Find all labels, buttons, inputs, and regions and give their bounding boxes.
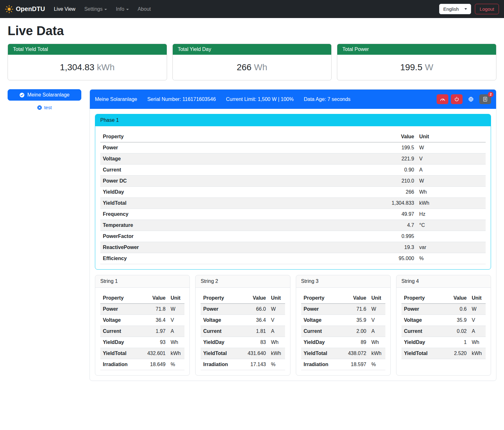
nav-settings[interactable]: Settings — [80, 4, 111, 15]
value-cell: 0.02 — [441, 326, 469, 337]
card-value-row: 266Wh — [173, 55, 332, 80]
property-cell: Power — [401, 304, 441, 315]
nav-about[interactable]: About — [134, 4, 155, 15]
device-info-button[interactable] — [465, 94, 477, 104]
phase-title: Phase 1 — [95, 114, 491, 126]
property-cell: Irradiation — [100, 359, 140, 370]
value-cell: 83 — [240, 337, 269, 348]
card-value: 1,304.83 — [60, 62, 94, 72]
card-value: 266 — [237, 62, 252, 72]
journal-icon — [482, 97, 488, 102]
inverter-name: Meine Solaranlage — [95, 97, 137, 102]
top-navbar: OpenDTU Live View Settings Info About En… — [0, 0, 504, 18]
column-unit: Unit — [417, 131, 486, 142]
language-select[interactable]: English — [439, 4, 471, 14]
unit-cell: W — [168, 304, 184, 315]
event-log-button[interactable]: 2 — [479, 94, 491, 104]
string-table: Property Value Unit Power — [100, 293, 184, 370]
table-row: Current 2.00 A — [301, 326, 385, 337]
table-row: Power DC 210.0 W — [100, 176, 486, 187]
total-yield-total-card: Total Yield Total 1,304.83kWh — [8, 44, 167, 80]
value-cell: 35.9 — [441, 315, 469, 326]
property-cell: Current — [301, 326, 340, 337]
unit-cell: V — [269, 315, 285, 326]
column-unit: Unit — [269, 293, 285, 304]
value-cell: 210.0 — [289, 176, 417, 187]
table-row: YieldTotal 438.072 kWh — [301, 348, 385, 359]
unit-cell: Wh — [168, 337, 184, 348]
table-row: Power 71.8 W — [100, 304, 184, 315]
string-title: String 1 — [95, 275, 190, 288]
property-cell: Power — [201, 304, 240, 315]
table-row: YieldTotal 1,304.833 kWh — [100, 198, 486, 209]
sidebar-item-test[interactable]: test — [8, 105, 81, 110]
value-cell: 71.8 — [140, 304, 168, 315]
property-cell: YieldTotal — [100, 348, 140, 359]
unit-cell: kWh — [168, 348, 184, 359]
language-select-value: English — [443, 6, 459, 12]
column-unit: Unit — [469, 293, 486, 304]
limit-settings-button[interactable] — [437, 94, 448, 104]
column-value: Value — [340, 293, 369, 304]
property-cell: Frequency — [100, 209, 289, 220]
table-row: Power 66.0 W — [201, 304, 285, 315]
column-unit: Unit — [168, 293, 184, 304]
unit-cell: V — [168, 315, 184, 326]
inverter-serial: Serial Number: 116171603546 — [147, 97, 216, 102]
table-row: YieldDay 93 Wh — [100, 337, 184, 348]
nav-info[interactable]: Info — [112, 4, 133, 15]
property-cell: Current — [401, 326, 441, 337]
brand[interactable]: OpenDTU — [5, 5, 47, 13]
property-cell: Power — [100, 304, 140, 315]
string-table: Property Value Unit Power — [401, 293, 486, 359]
sidebar-item-label: test — [44, 105, 52, 110]
table-row: Voltage 36.4 V — [201, 315, 285, 326]
string-table: Property Value Unit Power — [301, 293, 385, 370]
nav-live-view[interactable]: Live View — [50, 4, 79, 15]
phase-table: Property Value Unit Power — [100, 131, 486, 264]
unit-cell: V — [469, 315, 486, 326]
table-row: Power 71.6 W — [301, 304, 385, 315]
value-cell: 0.90 — [289, 165, 417, 176]
nav-info-label: Info — [116, 6, 124, 12]
inverter-sidebar: Meine Solaranlage test — [8, 89, 81, 110]
value-cell: 0.6 — [441, 304, 469, 315]
power-button[interactable] — [451, 94, 463, 104]
property-cell: Temperature — [100, 220, 289, 231]
unit-cell: kWh — [269, 348, 285, 359]
value-cell: 18.597 — [340, 359, 369, 370]
table-row: Current 1.97 A — [100, 326, 184, 337]
value-cell: 18.649 — [140, 359, 168, 370]
property-cell: YieldTotal — [301, 348, 340, 359]
table-row: Voltage 36.4 V — [100, 315, 184, 326]
value-cell: 1 — [441, 337, 469, 348]
property-cell: YieldDay — [100, 337, 140, 348]
unit-cell — [417, 231, 486, 242]
value-cell: 71.6 — [340, 304, 369, 315]
table-row: Current 0.90 A — [100, 165, 486, 176]
column-property: Property — [201, 293, 240, 304]
property-cell: YieldDay — [401, 337, 441, 348]
table-row: Power 199.5 W — [100, 142, 486, 153]
table-row: YieldTotal 431.640 kWh — [201, 348, 285, 359]
unit-cell: W — [369, 304, 385, 315]
unit-cell: Hz — [417, 209, 486, 220]
table-row: Voltage 35.9 V — [301, 315, 385, 326]
string-title: String 2 — [196, 275, 290, 288]
card-unit: Wh — [254, 62, 267, 72]
table-header-row: Property Value Unit — [100, 131, 486, 142]
nav-right: English Logout — [439, 4, 499, 14]
sidebar-item-meine-solaranlage[interactable]: Meine Solaranlage — [8, 89, 81, 101]
unit-cell: W — [469, 304, 486, 315]
unit-cell: V — [417, 153, 486, 165]
card-title: Total Yield Total — [8, 44, 167, 55]
total-power-card: Total Power 199.5W — [337, 44, 496, 80]
table-row: YieldDay 83 Wh — [201, 337, 285, 348]
unit-cell: % — [168, 359, 184, 370]
value-cell: 266 — [289, 187, 417, 198]
card-title: Total Yield Day — [173, 44, 332, 55]
logout-button[interactable]: Logout — [475, 4, 499, 14]
unit-cell: W — [417, 176, 486, 187]
property-cell: Voltage — [301, 315, 340, 326]
table-row: YieldDay 89 Wh — [301, 337, 385, 348]
